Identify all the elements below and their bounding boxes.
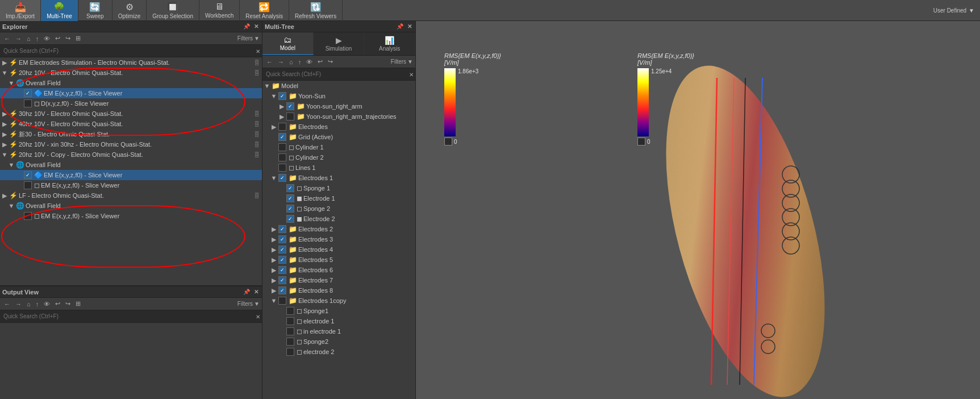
tree-db-em-electrodes[interactable]: 🗄 [253,60,261,66]
mt-tree-trajectories[interactable]: ▶ 📁 Yoon-sun_right_arm_trajectories [262,111,415,122]
toolbar-reset-analysis[interactable]: 🔁 Reset Analysis [240,0,289,21]
mt-checkbox-cylinder1[interactable] [278,143,286,151]
mt-toggle-right-arm[interactable]: ▶ [278,103,285,110]
mt-toggle-electrodes1[interactable]: ▼ [270,174,277,181]
tree-checkbox-dxyz-1[interactable] [24,99,32,107]
tree-item-overall-field-3[interactable]: ▼ 🌐 Overall Field [0,201,262,211]
mt-tree-sponge1-copy[interactable]: ◻ Sponge1 [262,306,415,316]
multitree-pin-btn[interactable]: 📌 [395,23,404,30]
mt-checkbox-electrode2[interactable] [286,215,294,223]
output-view-redo-btn[interactable]: ↪ [64,300,72,308]
tree-db-20hz-10v-copy[interactable]: 🗄 [253,152,261,158]
tree-item-20hz-10v[interactable]: ▼ ⚡ 20hz 10V - Electro Ohmic Quasi-Stat.… [0,68,262,78]
output-view-undo-btn[interactable]: ↩ [53,300,62,308]
mt-tree-electrodes5[interactable]: ▶ 📁 Electrodes 5 [262,255,415,265]
tree-item-em-electrodes[interactable]: ▶ ⚡ EM Electrodes Stimulation - Electro … [0,57,262,68]
mt-toggle-electrodes2[interactable]: ▶ [270,226,277,233]
explorer-undo-btn[interactable]: ↩ [53,34,62,43]
output-view-back-btn[interactable]: ← [2,300,12,308]
mt-tree-in-electrode1[interactable]: ◻ in electrode 1 [262,326,415,336]
mt-tree-electrodes2[interactable]: ▶ 📁 Electrodes 2 [262,224,415,234]
mt-toggle-electrodes4[interactable]: ▶ [270,246,277,253]
multitree-forward-btn[interactable]: → [276,58,286,66]
tree-db-40hz-10v[interactable]: 🗄 [253,121,261,127]
toolbar-optimize[interactable]: ⚙ Optimize [112,0,147,21]
tree-item-lf-electro[interactable]: ▶ ⚡ LF - Electro Ohmic Quasi-Stat. 🗄 [0,190,262,201]
mt-tree-electrode1[interactable]: ◼ Electrode 1 [262,193,415,203]
mt-checkbox-electrode1-copy[interactable] [286,317,294,325]
mt-checkbox-sponge2[interactable] [286,205,294,213]
toolbar-sweep[interactable]: 🔄 Sweep [78,0,112,21]
mt-checkbox-electrodes3[interactable] [278,235,286,243]
mt-tree-sponge1[interactable]: ◻ Sponge 1 [262,183,415,193]
mt-checkbox-electrodes6[interactable] [278,266,286,274]
multitree-search-input[interactable] [262,68,415,81]
tree-item-40hz-10v[interactable]: ▶ ⚡ 40hz 10V - Electro Ohmic Quasi-Stat.… [0,119,262,129]
tree-item-dxyz-1[interactable]: ◻ D(x,y,z,f0) - Slice Viewer [0,98,262,109]
output-view-search-clear[interactable]: ✕ [256,314,260,320]
mt-toggle-model[interactable]: ▼ [264,82,270,89]
tree-toggle-overall-field-3[interactable]: ▼ [8,202,15,209]
mt-toggle-electrodes6[interactable]: ▶ [270,267,277,274]
multitree-home-btn[interactable]: ⌂ [287,58,295,66]
output-view-layout-btn[interactable]: ⊞ [74,300,82,308]
toolbar-imp-export[interactable]: 📥 Imp./Export [0,0,41,21]
tree-toggle-20hz-10v[interactable]: ▼ [1,69,8,76]
mt-checkbox-yoon-sun[interactable] [278,92,286,100]
mt-checkbox-electrodes-root[interactable] [278,123,286,131]
mt-toggle-electrodes-root[interactable]: ▶ [270,123,277,131]
mt-tree-electrode2-copy[interactable]: ◻ electrode 2 [262,347,415,357]
mt-tree-electrode2[interactable]: ◼ Electrode 2 [262,214,415,224]
mt-checkbox-electrodes1[interactable] [278,174,286,182]
multitree-redo-btn[interactable]: ↪ [326,57,335,66]
mt-toggle-electrodes7[interactable]: ▶ [270,277,277,284]
tree-db-30hz-10v[interactable]: 🗄 [253,111,261,117]
tree-toggle-40hz-10v[interactable]: ▶ [1,120,8,128]
mt-tree-electrodes-root[interactable]: ▶ 📁 Electrodes [262,122,415,132]
multitree-filters-btn[interactable]: Filters ▼ [391,59,413,65]
explorer-layout-btn[interactable]: ⊞ [74,34,82,43]
tab-model[interactable]: 🗂 Model [262,32,314,55]
explorer-home-btn[interactable]: ⌂ [25,35,32,43]
mt-checkbox-electrodes1copy[interactable] [278,297,286,305]
tree-item-overall-field-2[interactable]: ▼ 🌐 Overall Field [0,160,262,170]
tree-item-overall-field-1[interactable]: ▼ 🌐 Overall Field [0,78,262,88]
mt-toggle-electrodes8[interactable]: ▶ [270,287,277,294]
tree-toggle-xin30[interactable]: ▶ [1,131,8,138]
mt-tree-sponge2[interactable]: ◻ Sponge 2 [262,203,415,214]
explorer-back-btn[interactable]: ← [2,35,12,43]
mt-checkbox-grid-active[interactable] [278,133,286,141]
mt-tree-grid-active[interactable]: 📁 Grid (Active) [262,132,415,142]
explorer-eye-btn[interactable]: 👁 [42,35,52,43]
output-view-search-input[interactable] [0,310,262,323]
mt-checkbox-sponge1[interactable] [286,184,294,192]
output-view-pin-btn[interactable]: 📌 [242,289,251,295]
mt-tree-electrodes4[interactable]: ▶ 📁 Electrodes 4 [262,244,415,255]
tree-toggle-lf-electro[interactable]: ▶ [1,192,8,200]
tree-item-xin30[interactable]: ▶ ⚡ 新30 - Electro Ohmic Quasi-Stat. 🗄 [0,129,262,139]
explorer-forward-btn[interactable]: → [14,35,23,43]
mt-checkbox-electrodes2[interactable] [278,225,286,233]
mt-checkbox-sponge1-copy[interactable] [286,307,294,315]
mt-checkbox-cylinder2[interactable] [278,153,286,161]
toolbar-multi-tree[interactable]: 🌳 Multi-Tree [41,0,78,21]
mt-checkbox-trajectories[interactable] [286,113,294,120]
mt-tree-electrodes8[interactable]: ▶ 📁 Electrodes 8 [262,285,415,296]
tree-toggle-overall-field-2[interactable]: ▼ [8,161,15,168]
output-view-close-btn[interactable]: ✕ [253,289,260,295]
mt-tree-electrodes1copy[interactable]: ▼ 📁 Electrodes 1copy [262,296,415,306]
mt-checkbox-electrode2-copy[interactable] [286,348,294,356]
tree-item-em-exyz-2[interactable]: 🔷 EM E(x,y,z,f0) - Slice Viewer [0,170,262,180]
tree-item-20hz-10v-copy[interactable]: ▼ ⚡ 20hz 10V - Copy - Electro Ohmic Quas… [0,149,262,160]
tree-checkbox-em-exyz-2[interactable] [24,171,32,179]
explorer-up-btn[interactable]: ↑ [34,35,41,43]
tree-toggle-20hz-xin30hz[interactable]: ▶ [1,141,8,148]
mt-tree-electrode1-copy[interactable]: ◻ electrode 1 [262,316,415,326]
explorer-redo-btn[interactable]: ↪ [64,34,72,43]
mt-tree-right-arm[interactable]: ▶ 📁 Yoon-sun_right_arm [262,101,415,111]
tree-item-em-exyz-3[interactable]: ◻ EM E(x,y,z,f0) - Slice Viewer [0,180,262,190]
explorer-search-clear[interactable]: ✕ [256,48,260,55]
tree-toggle-30hz-10v[interactable]: ▶ [1,110,8,118]
mt-tree-yoon-sun[interactable]: ▼ 📁 Yoon-Sun [262,91,415,101]
mt-toggle-electrodes3[interactable]: ▶ [270,236,277,243]
